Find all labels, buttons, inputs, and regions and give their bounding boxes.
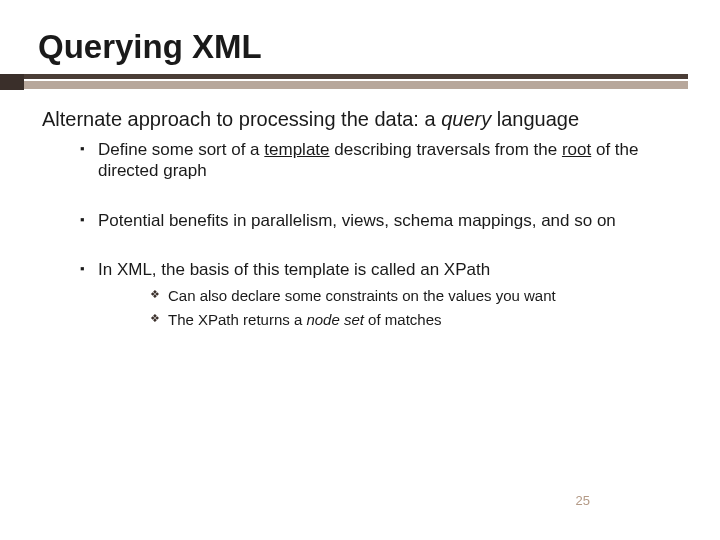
bullet-3: In XML, the basis of this template is ca… bbox=[42, 259, 678, 329]
b3b-pre: The XPath returns a bbox=[168, 311, 306, 328]
bullet-list-level2: Can also declare some constraints on the… bbox=[98, 286, 678, 329]
rule-line-bottom bbox=[0, 81, 688, 89]
b3-text: In XML, the basis of this template is ca… bbox=[98, 260, 490, 279]
lead-pre: Alternate approach to processing the dat… bbox=[42, 108, 441, 130]
page-number: 25 bbox=[576, 493, 590, 508]
bullet-2: Potential benefits in parallelism, views… bbox=[42, 210, 678, 231]
rule-accent-block bbox=[0, 74, 24, 90]
bullet-3b: The XPath returns a node set of matches bbox=[98, 310, 678, 330]
b1-u2: root bbox=[562, 140, 591, 159]
b3b-post: of matches bbox=[364, 311, 442, 328]
lead-line: Alternate approach to processing the dat… bbox=[42, 108, 678, 131]
title-rule bbox=[0, 72, 720, 94]
lead-em: query bbox=[441, 108, 491, 130]
lead-post: language bbox=[491, 108, 579, 130]
slide: Querying XML Alternate approach to proce… bbox=[0, 0, 720, 540]
b3b-em: node set bbox=[306, 311, 364, 328]
bullet-1: Define some sort of a template describin… bbox=[42, 139, 678, 182]
b1-mid: describing traversals from the bbox=[330, 140, 562, 159]
b1-pre: Define some sort of a bbox=[98, 140, 264, 159]
b1-u1: template bbox=[264, 140, 329, 159]
slide-title: Querying XML bbox=[38, 28, 720, 66]
rule-line-top bbox=[0, 74, 688, 79]
bullet-list-level1: Define some sort of a template describin… bbox=[42, 139, 678, 329]
title-wrap: Querying XML bbox=[0, 0, 720, 66]
slide-body: Alternate approach to processing the dat… bbox=[0, 94, 720, 329]
bullet-3a: Can also declare some constraints on the… bbox=[98, 286, 678, 306]
